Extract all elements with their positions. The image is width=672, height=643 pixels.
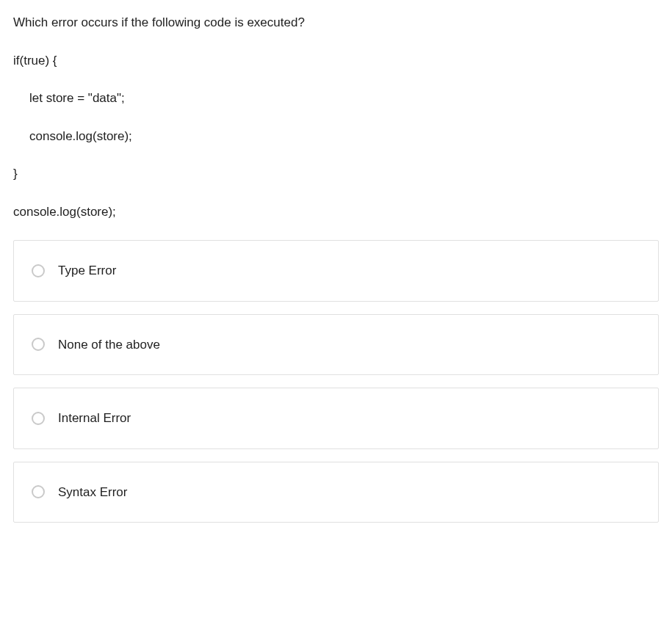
code-line-5: console.log(store); [13, 203, 659, 222]
radio-icon [32, 264, 45, 277]
radio-icon [32, 412, 45, 425]
option-internal-error[interactable]: Internal Error [13, 388, 659, 449]
option-label: Syntax Error [58, 483, 127, 502]
radio-icon [32, 485, 45, 498]
option-label: Type Error [58, 261, 116, 280]
option-type-error[interactable]: Type Error [13, 240, 659, 302]
code-line-1: if(true) { [13, 51, 659, 70]
code-line-4: } [13, 164, 659, 184]
option-none-of-the-above[interactable]: None of the above [13, 314, 659, 376]
option-syntax-error[interactable]: Syntax Error [13, 462, 659, 523]
question-prompt: Which error occurs if the following code… [13, 13, 659, 32]
options-list: Type Error None of the above Internal Er… [13, 240, 659, 523]
code-line-2: let store = "data"; [13, 89, 659, 108]
option-label: None of the above [58, 335, 160, 355]
code-block: if(true) { let store = "data"; console.l… [13, 51, 659, 222]
code-line-3: console.log(store); [13, 127, 659, 146]
radio-icon [32, 338, 45, 351]
option-label: Internal Error [58, 409, 131, 428]
